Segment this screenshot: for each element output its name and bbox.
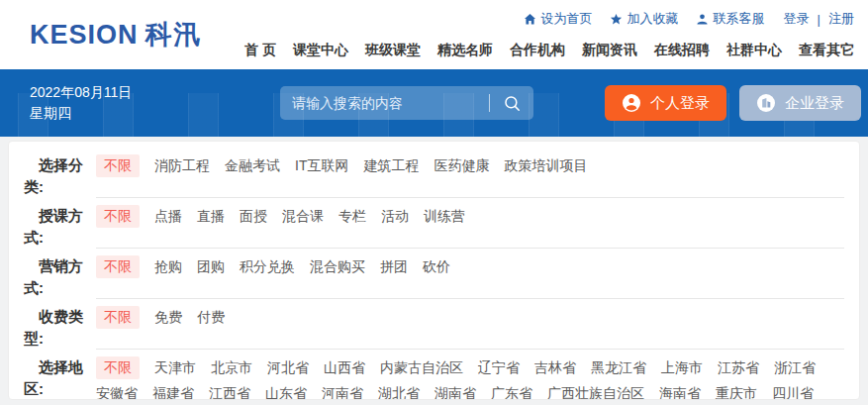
search-input[interactable] <box>280 95 489 111</box>
building-circle-icon <box>756 93 776 113</box>
filter-option[interactable]: 不限 <box>96 306 140 329</box>
filter-option[interactable]: 山西省 <box>324 354 365 380</box>
nav-item[interactable]: 新闻资讯 <box>582 42 637 59</box>
filter-option[interactable]: 江西省 <box>209 380 250 400</box>
filter-option[interactable]: 积分兑换 <box>240 253 295 279</box>
filter-options: 不限天津市北京市河北省山西省内蒙古自治区辽宁省吉林省黑龙江省上海市江苏省浙江省安… <box>96 350 853 400</box>
filter-option[interactable]: 不限 <box>96 205 140 228</box>
filter-option[interactable]: 付费 <box>197 304 225 330</box>
search-icon <box>504 95 521 112</box>
filter-options: 不限抢购团购积分兑换混合购买拼团砍价 <box>96 249 844 299</box>
filter-option[interactable]: 天津市 <box>154 354 196 380</box>
filter-option[interactable]: 广东省 <box>491 380 532 400</box>
filter-option[interactable]: 混合购买 <box>310 253 365 279</box>
enterprise-login-button[interactable]: 企业登录 <box>739 85 861 121</box>
filter-option[interactable]: 消防工程 <box>154 152 210 178</box>
filter-option[interactable]: 政策培训项目 <box>504 152 587 178</box>
nav-item[interactable]: 合作机构 <box>510 42 565 59</box>
utility-link-label: 设为首页 <box>541 10 593 28</box>
filter-label: 选择地区: <box>24 350 96 400</box>
filter-option[interactable]: 黑龙江省 <box>591 354 646 380</box>
filter-row: 选择分类:不限消防工程金融考试IT互联网建筑工程医药健康政策培训项目 <box>24 148 844 198</box>
utility-link-加入收藏[interactable]: 加入收藏 <box>610 10 679 28</box>
date-text: 2022年08月11日 <box>30 82 132 103</box>
filter-label: 收费类型: <box>24 299 96 350</box>
filter-option[interactable]: 湖北省 <box>378 380 420 400</box>
filter-row: 授课方式:不限点播直播面授混合课专栏活动训练营 <box>24 198 844 249</box>
filter-option[interactable]: 抢购 <box>154 253 182 279</box>
filter-option[interactable]: 不限 <box>96 356 140 379</box>
filter-options: 不限免费付费 <box>96 299 844 350</box>
filter-option[interactable]: 海南省 <box>659 380 701 400</box>
filter-option[interactable]: 专栏 <box>338 203 366 229</box>
logo[interactable]: KESION科汛 <box>30 17 203 52</box>
filter-option[interactable]: 训练营 <box>424 203 465 229</box>
filter-label: 营销方式: <box>24 249 96 299</box>
login-link[interactable]: 登录 <box>784 10 810 28</box>
filter-option[interactable]: 广西壮族自治区 <box>547 380 644 400</box>
filter-option[interactable]: 上海市 <box>661 354 703 380</box>
filter-option[interactable]: 金融考试 <box>225 152 280 178</box>
filter-option[interactable]: 河南省 <box>322 380 363 400</box>
filter-option[interactable]: 江苏省 <box>718 354 759 380</box>
filter-row: 选择地区:不限天津市北京市河北省山西省内蒙古自治区辽宁省吉林省黑龙江省上海市江苏… <box>24 350 844 400</box>
filter-option[interactable]: 内蒙古自治区 <box>380 354 463 380</box>
filter-option[interactable]: 点播 <box>154 203 182 229</box>
filter-option-line: 不限抢购团购积分兑换混合购买拼团砍价 <box>96 253 844 279</box>
nav-item[interactable]: 课堂中心 <box>293 42 348 59</box>
filter-label: 选择分类: <box>24 148 96 198</box>
filter-option[interactable]: 免费 <box>154 304 182 330</box>
filter-option[interactable]: 不限 <box>96 154 140 177</box>
weekday-text: 星期四 <box>30 103 132 124</box>
filter-option[interactable]: 不限 <box>96 255 140 278</box>
personal-login-button[interactable]: 个人登录 <box>605 85 726 121</box>
filter-option-line: 不限点播直播面授混合课专栏活动训练营 <box>96 203 844 229</box>
filter-label: 授课方式: <box>24 198 96 249</box>
filter-option[interactable]: 山东省 <box>265 380 307 400</box>
filter-option[interactable]: 直播 <box>197 203 225 229</box>
nav-item[interactable]: 班级课堂 <box>365 42 421 59</box>
filter-option[interactable]: 河北省 <box>267 354 309 380</box>
filter-option[interactable]: 团购 <box>197 253 225 279</box>
filter-option[interactable]: 北京市 <box>211 354 252 380</box>
filter-option[interactable]: 建筑工程 <box>363 152 419 178</box>
filter-option[interactable]: 砍价 <box>423 253 450 279</box>
filter-option-line: 不限天津市北京市河北省山西省内蒙古自治区辽宁省吉林省黑龙江省上海市江苏省浙江省 <box>96 354 853 380</box>
filter-option[interactable]: 混合课 <box>282 203 324 229</box>
search-button[interactable] <box>490 86 533 120</box>
filter-option-line: 不限消防工程金融考试IT互联网建筑工程医药健康政策培训项目 <box>96 152 844 178</box>
filter-option[interactable]: 浙江省 <box>774 354 816 380</box>
filter-option[interactable]: 活动 <box>381 203 409 229</box>
filter-options: 不限消防工程金融考试IT互联网建筑工程医药健康政策培训项目 <box>96 148 844 198</box>
utility-link-设为首页[interactable]: 设为首页 <box>524 10 593 28</box>
filter-option[interactable]: 重庆市 <box>716 380 757 400</box>
logo-text-cn: 科汛 <box>145 20 203 50</box>
filter-option[interactable]: 安徽省 <box>96 380 138 400</box>
filter-option[interactable]: 吉林省 <box>534 354 576 380</box>
filter-option[interactable]: 面授 <box>240 203 267 229</box>
nav-item[interactable]: 查看其它 <box>799 42 854 59</box>
banner: 2022年08月11日 星期四 个人登录 <box>0 69 868 137</box>
date-block: 2022年08月11日 星期四 <box>30 82 132 124</box>
site-header: KESION科汛 设为首页加入收藏联系客服 登录 | 注册 首 页课堂中心班级课… <box>0 0 868 69</box>
filter-option[interactable]: 福建省 <box>152 380 194 400</box>
nav-item[interactable]: 首 页 <box>244 42 276 59</box>
nav-item[interactable]: 精选名师 <box>437 42 493 59</box>
register-link[interactable]: 注册 <box>828 10 854 28</box>
filter-option[interactable]: IT互联网 <box>295 152 348 178</box>
home-icon <box>524 13 536 26</box>
filter-row: 营销方式:不限抢购团购积分兑换混合购买拼团砍价 <box>24 249 844 299</box>
utility-link-联系客服[interactable]: 联系客服 <box>696 10 765 28</box>
filter-option[interactable]: 拼团 <box>380 253 408 279</box>
logo-text-en: KESION <box>30 20 139 50</box>
filter-option[interactable]: 湖南省 <box>434 380 476 400</box>
login-register-separator: | <box>818 12 820 27</box>
filter-row: 收费类型:不限免费付费 <box>24 299 844 350</box>
nav-item[interactable]: 社群中心 <box>726 42 782 59</box>
filter-option[interactable]: 辽宁省 <box>478 354 520 380</box>
filter-option[interactable]: 医药健康 <box>434 152 489 178</box>
search-box <box>280 86 533 120</box>
filter-option[interactable]: 四川省 <box>772 380 814 400</box>
nav-item[interactable]: 在线招聘 <box>654 42 710 59</box>
service-icon <box>696 13 709 26</box>
